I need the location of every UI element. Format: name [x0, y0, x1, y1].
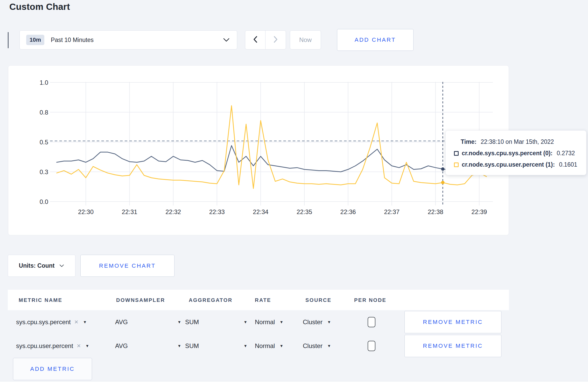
caret-down-icon: ▼ — [243, 344, 247, 348]
add-chart-button[interactable]: ADD CHART — [337, 29, 414, 51]
downsampler-select[interactable]: AVG ▼ — [115, 310, 181, 334]
units-dropdown[interactable]: Units: Count — [8, 255, 75, 277]
series-line-1 — [57, 106, 487, 189]
per-node-cell — [368, 334, 375, 358]
per-node-checkbox[interactable] — [368, 317, 375, 327]
x-axis-label: 22:38 — [428, 208, 443, 215]
metric-name-value: sys.cpu.user.percent — [16, 342, 73, 350]
user-percent-swatch-icon — [454, 162, 459, 167]
units-label: Units: Count — [19, 262, 55, 269]
remove-chart-button[interactable]: REMOVE CHART — [80, 255, 174, 277]
chart-tooltip: Time: 22:38:10 on Mar 15th, 2022 cr.node… — [445, 130, 586, 175]
metric-name-select[interactable]: sys.cpu.sys.percent × ▼ — [16, 310, 87, 334]
time-window-dropdown[interactable]: 10m Past 10 Minutes — [19, 30, 237, 49]
metric-name-value: sys.cpu.sys.percent — [16, 318, 71, 326]
metric-row: sys.cpu.user.percent × ▼ AVG ▼ SUM ▼ Nor… — [8, 334, 509, 358]
source-select[interactable]: Cluster ▼ — [303, 310, 331, 334]
downsampler-value: AVG — [115, 318, 128, 326]
chart-card: 0.00.30.50.81.022:3022:3122:3222:3322:34… — [8, 65, 509, 235]
time-window-label: Past 10 Minutes — [51, 37, 94, 44]
chevron-down-icon — [59, 264, 64, 267]
x-axis-label: 22:35 — [297, 208, 312, 215]
tooltip-series-row: cr.node.sys.cpu.user.percent (1): 0.1601 — [454, 161, 586, 168]
column-header-per-node: PER NODE — [354, 297, 386, 303]
y-axis-label: 0.8 — [40, 109, 48, 116]
toolbar-left-divider — [8, 32, 9, 48]
x-axis-label: 22:30 — [78, 208, 94, 215]
source-value: Cluster — [303, 318, 323, 326]
column-header-downsampler: DOWNSAMPLER — [116, 297, 165, 303]
column-header-source: SOURCE — [305, 297, 332, 303]
chevron-right-icon — [273, 36, 278, 44]
chevron-left-icon — [253, 36, 258, 44]
now-button[interactable]: Now — [290, 30, 321, 49]
x-axis-label: 22:37 — [384, 208, 400, 215]
prev-time-button[interactable] — [245, 31, 265, 49]
crosshair-dot-1 — [441, 181, 444, 184]
caret-down-icon: ▼ — [327, 320, 331, 324]
metrics-table-header: METRIC NAME DOWNSAMPLER AGGREGATOR RATE … — [8, 290, 509, 310]
source-value: Cluster — [303, 342, 323, 350]
column-header-rate: RATE — [255, 297, 271, 303]
source-select[interactable]: Cluster ▼ — [303, 334, 331, 358]
aggregator-value: SUM — [185, 318, 199, 326]
caret-down-icon: ▼ — [83, 320, 87, 324]
column-header-aggregator: AGGREGATOR — [189, 297, 233, 303]
remove-metric-button[interactable]: REMOVE METRIC — [404, 311, 501, 333]
caret-down-icon: ▼ — [177, 344, 181, 348]
clear-metric-icon[interactable]: × — [74, 318, 78, 326]
x-axis-label: 22:32 — [165, 208, 181, 215]
metric-row: sys.cpu.sys.percent × ▼ AVG ▼ SUM ▼ Norm… — [8, 310, 509, 334]
time-pager — [245, 30, 286, 49]
rate-select[interactable]: Normal ▼ — [255, 334, 283, 358]
page-title: Custom Chart — [9, 2, 70, 12]
clear-metric-icon[interactable]: × — [77, 342, 81, 350]
add-metric-button[interactable]: ADD METRIC — [13, 358, 92, 380]
tooltip-time-label: Time: — [461, 138, 477, 145]
caret-down-icon: ▼ — [85, 344, 89, 348]
rate-value: Normal — [255, 342, 275, 350]
y-axis-label: 0.3 — [40, 168, 48, 175]
aggregator-value: SUM — [185, 342, 199, 350]
downsampler-select[interactable]: AVG ▼ — [115, 334, 181, 358]
aggregator-select[interactable]: SUM ▼ — [185, 334, 247, 358]
caret-down-icon: ▼ — [243, 320, 247, 324]
tooltip-time-row: Time: 22:38:10 on Mar 15th, 2022 — [461, 138, 586, 145]
series-line-0 — [57, 146, 487, 172]
tooltip-time-value: 22:38:10 on Mar 15th, 2022 — [481, 138, 554, 145]
time-window-badge: 10m — [26, 35, 44, 45]
tooltip-series-value: 0.2732 — [557, 150, 575, 157]
caret-down-icon: ▼ — [177, 320, 181, 324]
per-node-checkbox[interactable] — [368, 341, 375, 351]
x-axis-label: 22:34 — [253, 208, 268, 215]
y-axis-label: 1.0 — [40, 79, 48, 86]
y-axis-label: 0.0 — [40, 198, 48, 205]
next-section-edge — [0, 381, 588, 383]
aggregator-select[interactable]: SUM ▼ — [185, 310, 247, 334]
rate-value: Normal — [255, 318, 275, 326]
rate-select[interactable]: Normal ▼ — [255, 310, 283, 334]
sys-percent-swatch-icon — [454, 151, 459, 156]
tooltip-series-value: 0.1601 — [559, 161, 577, 168]
caret-down-icon: ▼ — [279, 320, 283, 324]
downsampler-value: AVG — [115, 342, 128, 350]
tooltip-series-row: cr.node.sys.cpu.sys.percent (0): 0.2732 — [454, 150, 586, 157]
x-axis-label: 22:31 — [122, 208, 137, 215]
column-header-metric-name: METRIC NAME — [19, 297, 62, 303]
chart-svg[interactable]: 0.00.30.50.81.022:3022:3122:3222:3322:34… — [8, 66, 508, 235]
remove-metric-button[interactable]: REMOVE METRIC — [404, 335, 501, 357]
x-axis-label: 22:36 — [340, 208, 356, 215]
metric-name-select[interactable]: sys.cpu.user.percent × ▼ — [16, 334, 89, 358]
next-time-button[interactable] — [265, 31, 286, 49]
tooltip-series-label: cr.node.sys.cpu.user.percent (1): — [462, 161, 555, 168]
chevron-down-icon — [223, 38, 230, 42]
y-axis-label: 0.5 — [40, 139, 48, 146]
per-node-cell — [368, 310, 375, 334]
tooltip-series-label: cr.node.sys.cpu.sys.percent (0): — [462, 150, 552, 157]
x-axis-label: 22:33 — [209, 208, 225, 215]
crosshair-dot-0 — [441, 167, 444, 171]
x-axis-label: 22:39 — [471, 208, 487, 215]
caret-down-icon: ▼ — [327, 344, 331, 348]
caret-down-icon: ▼ — [279, 344, 283, 348]
